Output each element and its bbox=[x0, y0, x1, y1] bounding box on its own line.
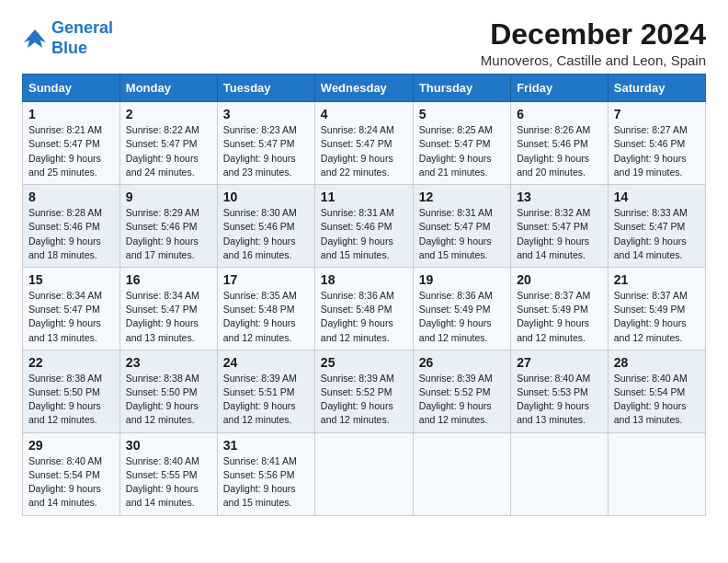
day-cell-23: 23 Sunrise: 8:38 AMSunset: 5:50 PMDaylig… bbox=[119, 350, 217, 432]
day-cell-5: 5 Sunrise: 8:25 AMSunset: 5:47 PMDayligh… bbox=[413, 102, 510, 185]
day-number: 16 bbox=[126, 272, 211, 287]
day-cell-17: 17 Sunrise: 8:35 AMSunset: 5:48 PMDaylig… bbox=[217, 267, 314, 350]
day-number: 11 bbox=[321, 190, 407, 204]
logo-subtext: Blue bbox=[51, 39, 113, 59]
empty-cell bbox=[413, 432, 510, 515]
day-info: Sunrise: 8:36 AMSunset: 5:48 PMDaylight:… bbox=[321, 289, 407, 345]
weekday-tuesday: Tuesday bbox=[217, 75, 314, 102]
day-cell-2: 2 Sunrise: 8:22 AMSunset: 5:47 PMDayligh… bbox=[119, 102, 217, 185]
day-cell-31: 31 Sunrise: 8:41 AMSunset: 5:56 PMDaylig… bbox=[217, 432, 314, 515]
day-info: Sunrise: 8:31 AMSunset: 5:47 PMDaylight:… bbox=[419, 206, 505, 262]
day-number: 27 bbox=[517, 355, 602, 370]
weekday-monday: Monday bbox=[119, 75, 217, 102]
day-cell-20: 20 Sunrise: 8:37 AMSunset: 5:49 PMDaylig… bbox=[511, 267, 609, 350]
day-cell-7: 7 Sunrise: 8:27 AMSunset: 5:46 PMDayligh… bbox=[608, 102, 705, 185]
day-info: Sunrise: 8:37 AMSunset: 5:49 PMDaylight:… bbox=[614, 289, 700, 345]
day-cell-29: 29 Sunrise: 8:40 AMSunset: 5:54 PMDaylig… bbox=[23, 432, 120, 515]
title-area: December 2024 Munoveros, Castille and Le… bbox=[481, 18, 706, 68]
logo-text: General bbox=[51, 18, 113, 39]
day-number: 24 bbox=[223, 355, 309, 370]
day-number: 19 bbox=[419, 272, 505, 287]
day-cell-30: 30 Sunrise: 8:40 AMSunset: 5:55 PMDaylig… bbox=[119, 432, 217, 515]
day-number: 29 bbox=[28, 438, 114, 453]
day-cell-18: 18 Sunrise: 8:36 AMSunset: 5:48 PMDaylig… bbox=[314, 267, 413, 350]
week-row-5: 29 Sunrise: 8:40 AMSunset: 5:54 PMDaylig… bbox=[23, 432, 706, 515]
weekday-thursday: Thursday bbox=[413, 75, 510, 102]
day-cell-6: 6 Sunrise: 8:26 AMSunset: 5:46 PMDayligh… bbox=[511, 102, 609, 185]
week-row-1: 1 Sunrise: 8:21 AMSunset: 5:47 PMDayligh… bbox=[23, 102, 706, 185]
logo: General Blue bbox=[22, 18, 113, 58]
logo-icon bbox=[22, 26, 48, 52]
day-info: Sunrise: 8:22 AMSunset: 5:47 PMDaylight:… bbox=[126, 123, 211, 179]
empty-cell bbox=[511, 432, 609, 515]
day-info: Sunrise: 8:34 AMSunset: 5:47 PMDaylight:… bbox=[126, 289, 211, 345]
day-info: Sunrise: 8:31 AMSunset: 5:46 PMDaylight:… bbox=[321, 206, 407, 262]
day-number: 6 bbox=[517, 107, 602, 121]
header: General Blue December 2024 Munoveros, Ca… bbox=[22, 18, 706, 68]
day-info: Sunrise: 8:41 AMSunset: 5:56 PMDaylight:… bbox=[223, 454, 309, 511]
week-row-2: 8 Sunrise: 8:28 AMSunset: 5:46 PMDayligh… bbox=[23, 185, 706, 268]
day-info: Sunrise: 8:38 AMSunset: 5:50 PMDaylight:… bbox=[126, 372, 211, 428]
day-info: Sunrise: 8:37 AMSunset: 5:49 PMDaylight:… bbox=[517, 289, 602, 345]
day-info: Sunrise: 8:23 AMSunset: 5:47 PMDaylight:… bbox=[223, 123, 309, 179]
day-number: 3 bbox=[223, 107, 309, 121]
day-info: Sunrise: 8:26 AMSunset: 5:46 PMDaylight:… bbox=[517, 123, 602, 179]
weekday-saturday: Saturday bbox=[608, 75, 705, 102]
day-number: 15 bbox=[28, 272, 114, 287]
empty-cell bbox=[608, 432, 705, 515]
weekday-wednesday: Wednesday bbox=[314, 75, 413, 102]
day-info: Sunrise: 8:36 AMSunset: 5:49 PMDaylight:… bbox=[419, 289, 505, 345]
day-number: 20 bbox=[517, 272, 602, 287]
day-cell-21: 21 Sunrise: 8:37 AMSunset: 5:49 PMDaylig… bbox=[608, 267, 705, 350]
day-cell-25: 25 Sunrise: 8:39 AMSunset: 5:52 PMDaylig… bbox=[314, 350, 413, 432]
day-cell-15: 15 Sunrise: 8:34 AMSunset: 5:47 PMDaylig… bbox=[23, 267, 120, 350]
day-number: 9 bbox=[126, 190, 211, 204]
day-number: 8 bbox=[28, 190, 114, 204]
month-title: December 2024 bbox=[481, 18, 706, 51]
day-number: 26 bbox=[419, 355, 505, 370]
day-cell-10: 10 Sunrise: 8:30 AMSunset: 5:46 PMDaylig… bbox=[217, 185, 314, 268]
empty-cell bbox=[314, 432, 413, 515]
day-cell-8: 8 Sunrise: 8:28 AMSunset: 5:46 PMDayligh… bbox=[23, 185, 120, 268]
day-info: Sunrise: 8:39 AMSunset: 5:52 PMDaylight:… bbox=[321, 372, 407, 428]
day-info: Sunrise: 8:21 AMSunset: 5:47 PMDaylight:… bbox=[28, 123, 114, 179]
svg-marker-0 bbox=[24, 29, 46, 48]
location-title: Munoveros, Castille and Leon, Spain bbox=[481, 52, 706, 68]
day-number: 5 bbox=[419, 107, 505, 121]
day-number: 25 bbox=[321, 355, 407, 370]
weekday-sunday: Sunday bbox=[23, 75, 120, 102]
day-info: Sunrise: 8:27 AMSunset: 5:46 PMDaylight:… bbox=[614, 123, 700, 179]
day-number: 12 bbox=[419, 190, 505, 204]
week-row-4: 22 Sunrise: 8:38 AMSunset: 5:50 PMDaylig… bbox=[23, 350, 706, 432]
day-info: Sunrise: 8:40 AMSunset: 5:53 PMDaylight:… bbox=[517, 372, 602, 428]
weekday-friday: Friday bbox=[511, 75, 609, 102]
day-info: Sunrise: 8:33 AMSunset: 5:47 PMDaylight:… bbox=[614, 206, 700, 262]
day-info: Sunrise: 8:29 AMSunset: 5:46 PMDaylight:… bbox=[126, 206, 211, 262]
day-info: Sunrise: 8:34 AMSunset: 5:47 PMDaylight:… bbox=[28, 289, 114, 345]
day-cell-3: 3 Sunrise: 8:23 AMSunset: 5:47 PMDayligh… bbox=[217, 102, 314, 185]
day-cell-1: 1 Sunrise: 8:21 AMSunset: 5:47 PMDayligh… bbox=[23, 102, 120, 185]
week-row-3: 15 Sunrise: 8:34 AMSunset: 5:47 PMDaylig… bbox=[23, 267, 706, 350]
day-cell-22: 22 Sunrise: 8:38 AMSunset: 5:50 PMDaylig… bbox=[23, 350, 120, 432]
day-info: Sunrise: 8:25 AMSunset: 5:47 PMDaylight:… bbox=[419, 123, 505, 179]
day-cell-24: 24 Sunrise: 8:39 AMSunset: 5:51 PMDaylig… bbox=[217, 350, 314, 432]
day-number: 2 bbox=[126, 107, 211, 121]
day-info: Sunrise: 8:24 AMSunset: 5:47 PMDaylight:… bbox=[321, 123, 407, 179]
day-cell-11: 11 Sunrise: 8:31 AMSunset: 5:46 PMDaylig… bbox=[314, 185, 413, 268]
day-number: 23 bbox=[126, 355, 211, 370]
day-number: 7 bbox=[614, 107, 700, 121]
weekday-header-row: Sunday Monday Tuesday Wednesday Thursday… bbox=[23, 75, 706, 102]
day-number: 17 bbox=[223, 272, 309, 287]
day-info: Sunrise: 8:35 AMSunset: 5:48 PMDaylight:… bbox=[223, 289, 309, 345]
day-number: 18 bbox=[321, 272, 407, 287]
day-number: 22 bbox=[28, 355, 114, 370]
day-info: Sunrise: 8:39 AMSunset: 5:51 PMDaylight:… bbox=[223, 372, 309, 428]
day-cell-12: 12 Sunrise: 8:31 AMSunset: 5:47 PMDaylig… bbox=[413, 185, 510, 268]
day-number: 4 bbox=[321, 107, 407, 121]
day-cell-14: 14 Sunrise: 8:33 AMSunset: 5:47 PMDaylig… bbox=[608, 185, 705, 268]
day-info: Sunrise: 8:30 AMSunset: 5:46 PMDaylight:… bbox=[223, 206, 309, 262]
day-info: Sunrise: 8:32 AMSunset: 5:47 PMDaylight:… bbox=[517, 206, 602, 262]
day-number: 30 bbox=[126, 438, 211, 453]
day-cell-13: 13 Sunrise: 8:32 AMSunset: 5:47 PMDaylig… bbox=[511, 185, 609, 268]
day-number: 21 bbox=[614, 272, 700, 287]
